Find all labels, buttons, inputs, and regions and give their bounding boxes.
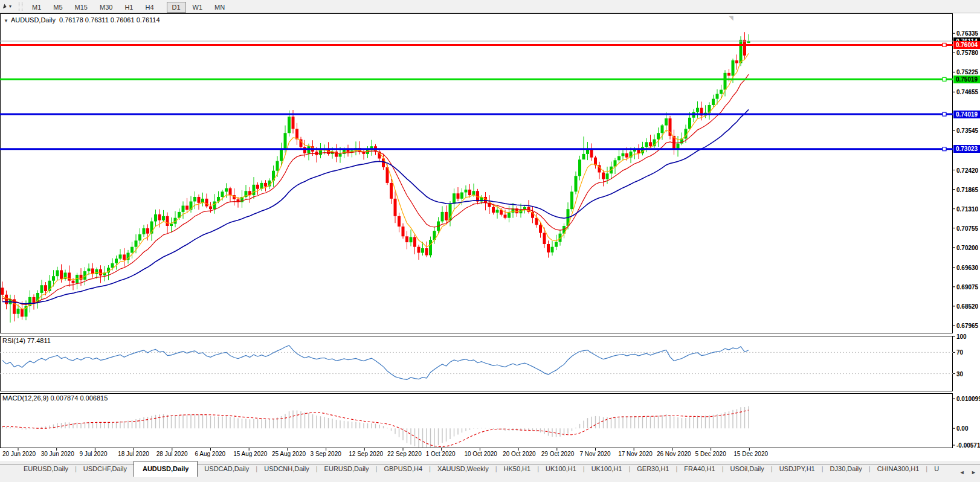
chart-title: ▼AUDUSD,Daily 0.76178 0.76311 0.76061 0.… <box>4 16 160 24</box>
chart-tab-usdcad-daily[interactable]: USDCAD,Daily <box>198 461 256 476</box>
hline-price-label[interactable]: 0.73023 <box>953 145 980 153</box>
collapse-caret-icon[interactable]: ▼ <box>4 18 8 24</box>
rsi-indicator-pane[interactable] <box>0 336 953 391</box>
chart-tab-eurusd-daily[interactable]: EURUSD,Daily <box>17 461 75 476</box>
chart-tab-usdchf-daily[interactable]: USDCHF,Daily <box>77 461 134 476</box>
price-axis-tick: 0.73545 <box>956 127 980 134</box>
time-axis-label: 20 Jun 2020 <box>2 451 36 457</box>
chart-tab-audusd-daily[interactable]: AUDUSD,Daily <box>134 461 198 477</box>
price-axis-tick: 0.71865 <box>956 187 980 193</box>
price-axis-tick: 0.75225 <box>956 69 980 76</box>
time-axis-label: 7 Nov 2020 <box>580 451 611 457</box>
timeframe-button-m5[interactable]: M5 <box>48 2 68 13</box>
timeframe-button-h4[interactable]: H4 <box>140 2 159 13</box>
chart-tab-xauusd-weekly[interactable]: XAUUSD,Weekly <box>431 461 495 476</box>
price-axis-tick: 0.70200 <box>956 245 980 251</box>
price-axis-tick: 0.68520 <box>956 303 980 310</box>
price-chart-pane[interactable] <box>0 13 953 333</box>
time-axis-label: 18 Jul 2020 <box>118 451 149 457</box>
tab-scroll-arrows: ◄ ► <box>955 466 978 477</box>
toolbar-grip-handle[interactable] <box>19 2 22 11</box>
price-axis-tick: 0.67965 <box>956 323 980 329</box>
scroll-to-end-marker[interactable]: ◥ <box>729 14 733 21</box>
timeframe-button-m30[interactable]: M30 <box>94 2 118 13</box>
chart-tab-bar: EURUSD,Daily|USDCHF,DailyAUDUSD,DailyUSD… <box>0 461 980 482</box>
timeframe-button-d1[interactable]: D1 <box>167 2 186 13</box>
chart-tab-dj30-daily[interactable]: DJ30,Daily <box>824 461 869 476</box>
chart-tabs: EURUSD,Daily|USDCHF,DailyAUDUSD,DailyUSD… <box>17 461 959 479</box>
time-axis-label: 30 Jun 2020 <box>41 451 74 457</box>
chart-tab-usdcnh-daily[interactable]: USDCNH,Daily <box>257 461 316 476</box>
time-axis-label: 15 Dec 2020 <box>733 451 768 457</box>
time-axis-label: 29 Oct 2020 <box>541 451 574 457</box>
chart-tab-eurusd-daily[interactable]: EURUSD,Daily <box>318 461 376 476</box>
time-axis-label: 5 Dec 2020 <box>695 451 726 457</box>
macd-axis-tick: 0.010099 <box>956 396 980 402</box>
time-axis-label: 22 Sep 2020 <box>387 451 422 457</box>
tab-scroll-left-icon[interactable]: ◄ <box>958 469 967 475</box>
price-axis-tick: 0.76335 <box>956 30 980 37</box>
dropdown-caret-icon: ▾ <box>9 4 11 9</box>
time-axis-label: 17 Nov 2020 <box>618 451 653 457</box>
timeframe-button-m15[interactable]: M15 <box>69 2 93 13</box>
price-axis-tick: 0.70755 <box>956 225 980 232</box>
chart-tab-uk100-h1[interactable]: UK100,H1 <box>585 461 629 476</box>
timeframe-button-m1[interactable]: M1 <box>27 2 47 13</box>
macd-indicator-pane[interactable] <box>0 393 953 448</box>
chart-ohlc-values: 0.76178 0.76311 0.76061 0.76114 <box>59 16 160 24</box>
price-axis-tick: 0.69075 <box>956 284 980 291</box>
rsi-label: RSI(14) 77.4811 <box>2 337 51 344</box>
macd-axis-tick: 0.00 <box>956 425 980 432</box>
timeframe-button-mn[interactable]: MN <box>209 2 230 13</box>
time-axis-label: 26 Nov 2020 <box>657 451 691 457</box>
time-axis-label: 3 Sep 2020 <box>311 451 341 457</box>
rsi-axis-tick: 100 <box>956 333 980 340</box>
macd-axis-tick: -0.005711 <box>956 442 980 449</box>
price-axis-tick: 0.75780 <box>956 50 980 56</box>
chart-tab-usoil-daily[interactable]: USOil,Daily <box>724 461 771 476</box>
chart-tab-gbpusd-h4[interactable]: GBPUSD,H4 <box>377 461 429 476</box>
timeframe-button-h1[interactable]: H1 <box>119 2 138 13</box>
macd-label: MACD(12,26,9) 0.007874 0.006815 <box>2 394 108 402</box>
chart-tab-usdjpy-h1[interactable]: USDJPY,H1 <box>773 461 822 476</box>
hline-price-label[interactable]: 0.74019 <box>953 111 980 118</box>
time-axis-label: 15 Aug 2020 <box>233 451 267 457</box>
time-axis-label: 25 Aug 2020 <box>272 451 306 457</box>
chart-symbol-label: AUDUSD,Daily <box>11 16 56 24</box>
hline-price-label[interactable]: 0.76004 <box>953 41 980 49</box>
time-axis-label: 1 Oct 2020 <box>426 451 456 457</box>
chart-tab-u[interactable]: U <box>927 461 946 476</box>
price-axis-tick: 0.69630 <box>956 265 980 271</box>
time-axis-label: 6 Aug 2020 <box>195 451 226 457</box>
time-axis-label: 12 Sep 2020 <box>349 451 383 457</box>
time-axis-label: 20 Oct 2020 <box>503 451 535 457</box>
chart-tab-uk100-h1[interactable]: UK100,H1 <box>539 461 583 476</box>
price-axis-tick: 0.74655 <box>956 89 980 95</box>
rsi-axis-tick: 70 <box>956 349 980 356</box>
pointer-tool-button[interactable]: ▾ <box>0 4 15 9</box>
time-axis-label: 28 Jul 2020 <box>156 451 188 457</box>
chart-tab-china300-h1[interactable]: CHINA300,H1 <box>871 461 926 476</box>
timeframe-button-w1[interactable]: W1 <box>187 2 208 13</box>
cursor-icon <box>3 4 7 9</box>
timeframe-buttons: M1M5M15M30H1H4D1W1MN <box>26 1 231 12</box>
chart-tab-hk50-h1[interactable]: HK50,H1 <box>497 461 538 476</box>
time-axis-label: 10 Oct 2020 <box>464 451 497 457</box>
timeframe-toolbar: ▾ M1M5M15M30H1H4D1W1MN <box>0 0 980 13</box>
tab-scroll-right-icon[interactable]: ► <box>969 469 978 475</box>
chart-tab-ger30-h1[interactable]: GER30,H1 <box>630 461 675 476</box>
trading-terminal-window: ▾ M1M5M15M30H1H4D1W1MN ▼AUDUSD,Daily 0.7… <box>0 0 980 482</box>
rsi-axis-tick: 30 <box>956 371 980 378</box>
price-axis-tick: 0.72420 <box>956 167 980 174</box>
time-axis-label: 9 Jul 2020 <box>79 451 107 457</box>
chart-tab-fra40-h1[interactable]: FRA40,H1 <box>677 461 721 476</box>
hline-price-label[interactable]: 0.75019 <box>953 76 980 83</box>
price-axis-tick: 0.71310 <box>956 206 980 213</box>
